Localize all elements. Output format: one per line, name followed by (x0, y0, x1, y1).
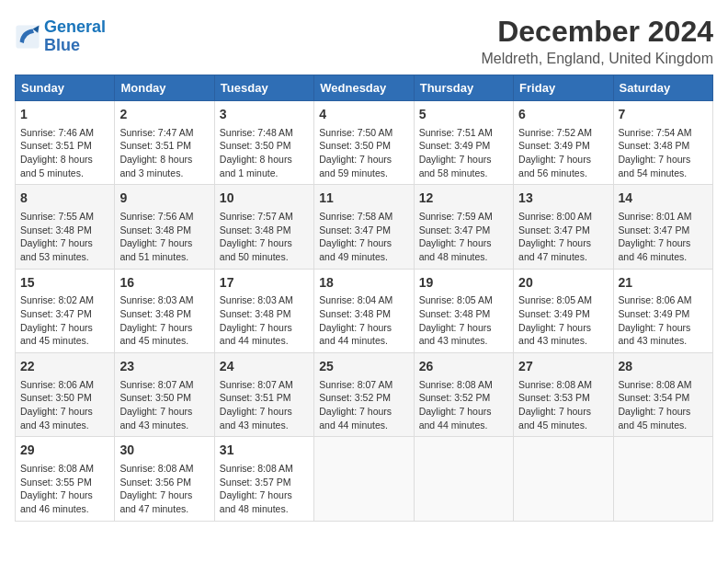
sunrise-text: Sunrise: 7:59 AM (419, 211, 493, 222)
day-number: 29 (20, 442, 109, 460)
day-number: 21 (619, 274, 708, 293)
daylight-text: Daylight: 7 hours and 44 minutes. (220, 322, 292, 347)
calendar-cell: 26Sunrise: 8:08 AMSunset: 3:52 PMDayligh… (414, 353, 513, 437)
sunset-text: Sunset: 3:51 PM (119, 140, 191, 151)
daylight-text: Daylight: 8 hours and 5 minutes. (20, 154, 93, 178)
sunset-text: Sunset: 3:48 PM (319, 308, 391, 319)
day-number: 18 (319, 274, 408, 293)
sunset-text: Sunset: 3:53 PM (518, 392, 590, 403)
day-number: 27 (518, 358, 608, 376)
daylight-text: Daylight: 7 hours and 45 minutes. (119, 322, 192, 347)
daylight-text: Daylight: 7 hours and 43 minutes. (220, 406, 292, 431)
sunset-text: Sunset: 3:47 PM (419, 224, 491, 236)
daylight-text: Daylight: 7 hours and 45 minutes. (20, 322, 93, 347)
daylight-text: Daylight: 7 hours and 59 minutes. (319, 154, 392, 178)
sunrise-text: Sunrise: 7:46 AM (20, 127, 94, 138)
sunset-text: Sunset: 3:56 PM (119, 477, 191, 488)
week-row-5: 29Sunrise: 8:08 AMSunset: 3:55 PMDayligh… (16, 437, 713, 521)
calendar-cell: 28Sunrise: 8:08 AMSunset: 3:54 PMDayligh… (613, 353, 712, 437)
calendar-cell: 18Sunrise: 8:04 AMSunset: 3:48 PMDayligh… (314, 269, 414, 352)
sunrise-text: Sunrise: 8:01 AM (619, 211, 692, 222)
weekday-header-row: SundayMondayTuesdayWednesdayThursdayFrid… (16, 75, 713, 101)
sunset-text: Sunset: 3:48 PM (20, 224, 92, 236)
weekday-header-friday: Friday (514, 75, 613, 101)
day-number: 13 (518, 190, 608, 208)
sunrise-text: Sunrise: 8:08 AM (619, 379, 692, 390)
sunrise-text: Sunrise: 8:04 AM (319, 294, 392, 305)
daylight-text: Daylight: 7 hours and 56 minutes. (518, 154, 591, 178)
calendar-cell: 10Sunrise: 7:57 AMSunset: 3:48 PMDayligh… (214, 185, 313, 269)
weekday-header-tuesday: Tuesday (214, 75, 313, 101)
day-number: 25 (319, 358, 408, 376)
calendar-cell (613, 437, 712, 521)
day-number: 16 (119, 274, 209, 293)
sunset-text: Sunset: 3:51 PM (20, 140, 92, 151)
calendar-cell: 30Sunrise: 8:08 AMSunset: 3:56 PMDayligh… (115, 437, 214, 521)
sunrise-text: Sunrise: 8:02 AM (20, 294, 94, 305)
day-number: 8 (20, 190, 109, 208)
sunset-text: Sunset: 3:52 PM (319, 392, 391, 403)
sunset-text: Sunset: 3:48 PM (220, 224, 291, 236)
day-number: 22 (20, 358, 109, 376)
sunset-text: Sunset: 3:54 PM (619, 392, 690, 403)
calendar-cell: 17Sunrise: 8:03 AMSunset: 3:48 PMDayligh… (214, 269, 313, 352)
calendar-body: 1Sunrise: 7:46 AMSunset: 3:51 PMDaylight… (16, 101, 713, 522)
day-number: 4 (319, 106, 408, 124)
sunset-text: Sunset: 3:47 PM (619, 224, 690, 236)
daylight-text: Daylight: 7 hours and 44 minutes. (319, 406, 392, 431)
daylight-text: Daylight: 7 hours and 54 minutes. (619, 154, 691, 178)
daylight-text: Daylight: 7 hours and 48 minutes. (220, 489, 292, 514)
sunrise-text: Sunrise: 7:54 AM (619, 127, 692, 138)
calendar-cell: 19Sunrise: 8:05 AMSunset: 3:48 PMDayligh… (414, 269, 513, 352)
calendar-cell: 29Sunrise: 8:08 AMSunset: 3:55 PMDayligh… (16, 437, 115, 521)
daylight-text: Daylight: 8 hours and 1 minute. (220, 154, 292, 178)
calendar-cell (414, 437, 513, 521)
week-row-3: 15Sunrise: 8:02 AMSunset: 3:47 PMDayligh… (16, 269, 713, 352)
sunrise-text: Sunrise: 7:48 AM (220, 127, 293, 138)
daylight-text: Daylight: 7 hours and 53 minutes. (20, 237, 93, 262)
day-number: 23 (119, 358, 209, 376)
calendar-cell: 23Sunrise: 8:07 AMSunset: 3:50 PMDayligh… (115, 353, 214, 437)
logo-text: General Blue (44, 18, 106, 55)
sunrise-text: Sunrise: 7:57 AM (220, 211, 293, 222)
weekday-header-wednesday: Wednesday (314, 75, 414, 101)
sunset-text: Sunset: 3:48 PM (119, 224, 191, 236)
daylight-text: Daylight: 7 hours and 45 minutes. (619, 406, 691, 431)
day-number: 7 (619, 106, 708, 124)
calendar-cell: 14Sunrise: 8:01 AMSunset: 3:47 PMDayligh… (613, 185, 712, 269)
daylight-text: Daylight: 7 hours and 46 minutes. (20, 489, 93, 514)
sunset-text: Sunset: 3:50 PM (20, 392, 92, 403)
sunset-text: Sunset: 3:47 PM (319, 224, 391, 236)
weekday-header-saturday: Saturday (613, 75, 712, 101)
sunrise-text: Sunrise: 8:05 AM (518, 294, 592, 305)
calendar-cell: 7Sunrise: 7:54 AMSunset: 3:48 PMDaylight… (613, 101, 712, 185)
logo-line1: General (44, 17, 106, 36)
sunset-text: Sunset: 3:50 PM (319, 140, 391, 151)
day-number: 2 (119, 106, 209, 124)
day-number: 6 (518, 106, 608, 124)
sunrise-text: Sunrise: 7:58 AM (319, 211, 392, 222)
sunrise-text: Sunrise: 8:00 AM (518, 211, 592, 222)
sunset-text: Sunset: 3:49 PM (518, 140, 590, 151)
daylight-text: Daylight: 7 hours and 43 minutes. (619, 322, 691, 347)
sunset-text: Sunset: 3:55 PM (20, 477, 92, 488)
day-number: 30 (119, 442, 209, 460)
weekday-header-thursday: Thursday (414, 75, 513, 101)
calendar-cell: 20Sunrise: 8:05 AMSunset: 3:49 PMDayligh… (514, 269, 613, 352)
page-header: General Blue December 2024 Meldreth, Eng… (15, 15, 713, 67)
month-title: December 2024 (481, 15, 713, 49)
sunrise-text: Sunrise: 8:07 AM (220, 379, 293, 390)
daylight-text: Daylight: 7 hours and 44 minutes. (319, 322, 392, 347)
logo: General Blue (15, 18, 106, 55)
daylight-text: Daylight: 7 hours and 48 minutes. (419, 237, 492, 262)
sunrise-text: Sunrise: 8:07 AM (319, 379, 392, 390)
sunset-text: Sunset: 3:51 PM (220, 392, 291, 403)
daylight-text: Daylight: 7 hours and 44 minutes. (419, 406, 492, 431)
sunrise-text: Sunrise: 7:52 AM (518, 127, 592, 138)
day-number: 14 (619, 190, 708, 208)
daylight-text: Daylight: 7 hours and 51 minutes. (119, 237, 192, 262)
sunrise-text: Sunrise: 8:06 AM (20, 379, 94, 390)
sunrise-text: Sunrise: 7:50 AM (319, 127, 392, 138)
daylight-text: Daylight: 7 hours and 49 minutes. (319, 237, 392, 262)
calendar-cell: 9Sunrise: 7:56 AMSunset: 3:48 PMDaylight… (115, 185, 214, 269)
